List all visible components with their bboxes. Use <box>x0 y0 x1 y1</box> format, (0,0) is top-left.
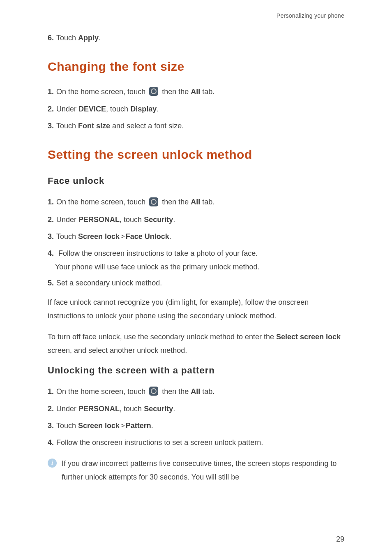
bold-security: Security <box>144 215 173 224</box>
info-icon: i <box>48 459 57 468</box>
text: tab. <box>200 88 214 96</box>
step-5: 5 Set a secondary unlock method. <box>48 279 344 287</box>
text: tab. <box>200 198 214 206</box>
bold-all: All <box>191 198 200 206</box>
step-text: On the home screen, touch then the All t… <box>56 387 214 396</box>
text: screen, and select another unlock method… <box>48 346 187 354</box>
heading-setting-screen-unlock: Setting the screen unlock method <box>48 148 344 162</box>
text: Touch <box>56 34 78 42</box>
step-number: 2 <box>48 405 54 413</box>
bold-apply: Apply <box>78 34 99 42</box>
step-2: 2 Under DEVICE, touch Display. <box>48 105 344 114</box>
step-number: 3 <box>48 422 54 430</box>
step-number: 5 <box>48 279 54 287</box>
info-note: i If you draw incorrect patterns five co… <box>48 457 344 484</box>
text: To turn off face unlock, use the seconda… <box>48 333 276 341</box>
paragraph-face-unlock-note: If face unlock cannot recognize you (dim… <box>48 296 344 323</box>
text: then the <box>160 198 191 206</box>
bold-all: All <box>191 387 200 396</box>
step-number: 3 <box>48 232 54 241</box>
step-text-continuation: Your phone will use face unlock as the p… <box>55 263 344 271</box>
step-number: 1 <box>48 88 54 96</box>
text: . <box>151 422 153 430</box>
bold-device: DEVICE <box>78 105 106 113</box>
step-number: 4 <box>48 249 54 257</box>
text: . <box>173 405 175 413</box>
subheading-pattern-unlock: Unlocking the screen with a pattern <box>48 365 344 376</box>
bold-select-screen-lock: Select screen lock <box>276 333 341 341</box>
page-number: 29 <box>336 535 344 544</box>
text: then the <box>160 387 191 396</box>
text: Touch <box>56 232 78 241</box>
text: . <box>157 105 159 113</box>
step-1: 1 On the home screen, touch then the All… <box>48 88 344 97</box>
step-number: 3 <box>48 122 54 130</box>
step-text: Touch Screen lock>Pattern. <box>56 422 153 430</box>
text: On the home screen, touch <box>56 387 148 396</box>
settings-icon <box>149 87 158 96</box>
text: tab. <box>200 387 214 396</box>
bold-personal: PERSONAL <box>78 405 120 413</box>
step-number: 2 <box>48 215 54 224</box>
step-text: Under PERSONAL, touch Security. <box>56 215 175 224</box>
text: Under <box>56 215 78 224</box>
gt-symbol: > <box>120 422 125 430</box>
step-number: 2 <box>48 105 54 114</box>
text: , touch <box>106 105 130 113</box>
text: Touch <box>56 122 78 130</box>
text: then the <box>160 88 191 96</box>
step-text: Follow the onscreen instructions to set … <box>56 438 263 447</box>
bold-screen-lock: Screen lock <box>78 232 120 241</box>
bold-face-unlock: Face Unlock <box>126 232 169 241</box>
step-2: 2 Under PERSONAL, touch Security. <box>48 405 344 413</box>
subheading-face-unlock: Face unlock <box>48 176 344 186</box>
step-text: Under DEVICE, touch Display. <box>56 105 159 114</box>
step-1: 1 On the home screen, touch then the All… <box>48 198 344 207</box>
paragraph-face-unlock-off: To turn off face unlock, use the seconda… <box>48 330 344 358</box>
text: . <box>99 34 101 42</box>
text: , touch <box>120 405 144 413</box>
bold-screen-lock: Screen lock <box>78 422 120 430</box>
step-3: 3 Touch Font size and select a font size… <box>48 122 344 130</box>
step-text: On the home screen, touch then the All t… <box>56 88 214 97</box>
step-text: Touch Screen lock>Face Unlock. <box>56 232 171 241</box>
info-text: If you draw incorrect patterns five cons… <box>62 457 344 484</box>
bold-personal: PERSONAL <box>78 215 120 224</box>
step-text: Set a secondary unlock method. <box>56 279 162 287</box>
gt-symbol: > <box>120 232 125 241</box>
step-3: 3 Touch Screen lock>Pattern. <box>48 422 344 430</box>
text: On the home screen, touch <box>56 88 148 96</box>
settings-icon <box>149 197 158 206</box>
text: , touch <box>120 215 144 224</box>
step-text: Under PERSONAL, touch Security. <box>56 405 175 413</box>
step-text: Follow the onscreen instructions to take… <box>58 249 258 257</box>
heading-changing-font-size: Changing the font size <box>48 60 344 74</box>
step-number: 6 <box>48 34 54 42</box>
bold-font-size: Font size <box>78 122 110 130</box>
step-number: 4 <box>48 438 54 447</box>
step-3: 3 Touch Screen lock>Face Unlock. <box>48 232 344 241</box>
step-text: Touch Font size and select a font size. <box>56 122 184 130</box>
step-2: 2 Under PERSONAL, touch Security. <box>48 215 344 224</box>
bold-pattern: Pattern <box>126 422 151 430</box>
bold-all: All <box>191 88 200 96</box>
step-4: 4 Follow the onscreen instructions to ta… <box>48 249 344 271</box>
bold-display: Display <box>130 105 157 113</box>
step-4: 4 Follow the onscreen instructions to se… <box>48 438 344 447</box>
page-header: Personalizing your phone <box>48 12 344 19</box>
step-1: 1 On the home screen, touch then the All… <box>48 387 344 396</box>
step-number: 1 <box>48 387 54 396</box>
step-text: Touch Apply. <box>56 34 101 42</box>
text: . <box>169 232 171 241</box>
step-text: On the home screen, touch then the All t… <box>56 198 214 207</box>
text: Under <box>56 405 78 413</box>
bold-security: Security <box>144 405 173 413</box>
text: Touch <box>56 422 78 430</box>
text: On the home screen, touch <box>56 198 148 206</box>
text: Under <box>56 105 78 113</box>
text: . <box>173 215 175 224</box>
step-6: 6 Touch Apply. <box>48 34 344 42</box>
step-number: 1 <box>48 198 54 206</box>
text: and select a font size. <box>110 122 184 130</box>
settings-icon <box>149 387 158 396</box>
